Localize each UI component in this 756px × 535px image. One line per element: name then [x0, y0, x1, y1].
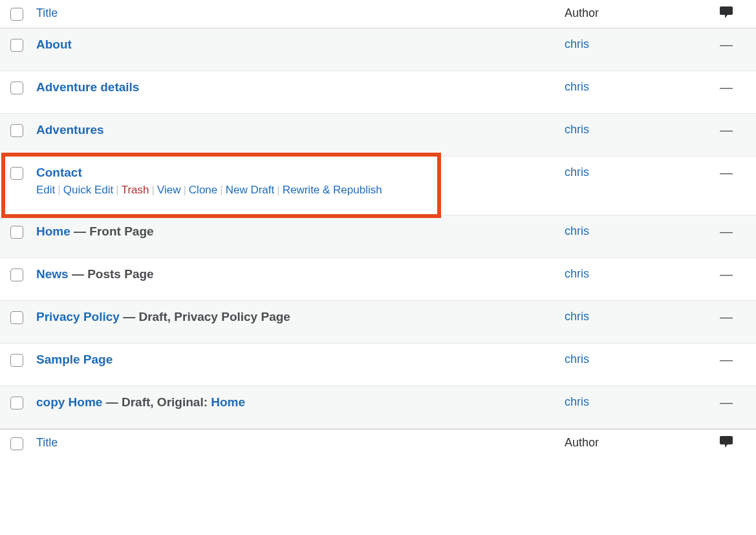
action-rewrite-republish[interactable]: Rewrite & Republish [283, 184, 382, 196]
action-clone[interactable]: Clone [189, 184, 217, 196]
row-checkbox[interactable] [10, 311, 23, 324]
comments-count: — [720, 395, 733, 409]
action-trash[interactable]: Trash [122, 184, 149, 196]
column-author-label-bottom: Author [565, 436, 599, 449]
table-row: Adventure detailschris— [0, 71, 756, 114]
page-state-text: — Posts Page [69, 267, 154, 281]
page-state-link[interactable]: Home [211, 395, 245, 409]
action-separator: | [113, 184, 121, 196]
table-row: Aboutchris— [0, 28, 756, 71]
comments-icon-bottom[interactable] [720, 436, 733, 448]
column-author-label: Author [565, 6, 599, 19]
author-link[interactable]: chris [565, 224, 589, 237]
author-link[interactable]: chris [565, 123, 589, 136]
row-checkbox[interactable] [10, 397, 23, 409]
page-title-link[interactable]: About [36, 38, 72, 51]
action-separator: | [274, 184, 282, 196]
row-checkbox[interactable] [10, 268, 23, 281]
author-link[interactable]: chris [565, 310, 589, 323]
row-checkbox[interactable] [10, 167, 23, 180]
author-link[interactable]: chris [565, 38, 589, 50]
action-separator: | [149, 184, 157, 196]
page-title-link[interactable]: Adventures [36, 123, 104, 136]
comments-count: — [720, 267, 733, 281]
author-link[interactable]: chris [565, 166, 589, 179]
table-footer-row: Title Author [0, 429, 756, 457]
table-row: copy Home — Draft, Original: Homechris— [0, 386, 756, 429]
select-all-checkbox[interactable] [10, 8, 23, 21]
action-quick-edit[interactable]: Quick Edit [63, 184, 113, 196]
comments-count: — [720, 80, 733, 94]
comments-count: — [720, 224, 733, 239]
page-title-link[interactable]: Adventure details [36, 80, 139, 94]
pages-table: Title Author Aboutchris—Adventure detail… [0, 0, 756, 457]
page-title-link[interactable]: Sample Page [36, 353, 113, 366]
comments-icon[interactable] [720, 6, 733, 18]
action-separator: | [217, 184, 225, 196]
table-row: Home — Front Pagechris— [0, 215, 756, 258]
row-checkbox[interactable] [10, 39, 23, 52]
author-link[interactable]: chris [565, 80, 589, 93]
row-actions: Edit|Quick Edit|Trash|View|Clone|New Dra… [36, 184, 552, 197]
column-title-sort[interactable]: Title [36, 6, 58, 19]
page-title-link[interactable]: copy Home [36, 395, 102, 409]
row-checkbox[interactable] [10, 226, 23, 239]
row-checkbox[interactable] [10, 354, 23, 367]
column-title-sort-bottom[interactable]: Title [36, 436, 58, 449]
action-edit[interactable]: Edit [36, 184, 55, 196]
page-title-link[interactable]: Contact [36, 166, 82, 179]
table-header-row: Title Author [0, 0, 756, 28]
table-row: News — Posts Pagechris— [0, 258, 756, 301]
table-row: Adventureschris— [0, 114, 756, 157]
author-link[interactable]: chris [565, 395, 589, 408]
comments-count: — [720, 310, 733, 324]
author-link[interactable]: chris [565, 353, 589, 366]
select-all-checkbox-bottom[interactable] [10, 437, 23, 450]
action-new-draft[interactable]: New Draft [226, 184, 275, 196]
author-link[interactable]: chris [565, 267, 589, 280]
page-title-link[interactable]: Privacy Policy [36, 310, 120, 323]
table-row: Privacy Policy — Draft, Privacy Policy P… [0, 301, 756, 344]
table-row: ContactEdit|Quick Edit|Trash|View|Clone|… [0, 157, 756, 215]
action-view[interactable]: View [157, 184, 181, 196]
row-checkbox[interactable] [10, 82, 23, 94]
page-title-link[interactable]: Home [36, 224, 70, 238]
page-state-text: — Draft, Original: [102, 395, 211, 409]
comments-count: — [720, 353, 733, 367]
page-state-text: — Front Page [70, 224, 154, 238]
comments-count: — [720, 123, 733, 137]
row-checkbox[interactable] [10, 124, 23, 137]
page-state-text: — Draft, Privacy Policy Page [120, 310, 290, 323]
comments-count: — [720, 166, 733, 180]
action-separator: | [180, 184, 188, 196]
comments-count: — [720, 38, 733, 52]
page-title-link[interactable]: News [36, 267, 69, 281]
action-separator: | [55, 184, 63, 196]
table-row: Sample Pagechris— [0, 344, 756, 386]
